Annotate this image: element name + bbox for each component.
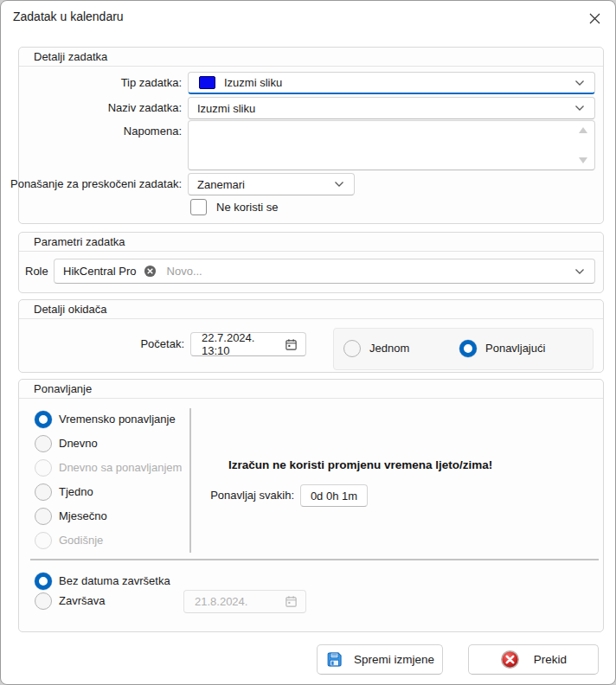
cancel-button[interactable]: Prekid bbox=[468, 644, 599, 675]
cancel-icon bbox=[500, 650, 520, 669]
save-icon bbox=[325, 650, 343, 669]
skipped-task-behavior-combobox[interactable]: Zanemari bbox=[188, 173, 355, 195]
role-tag-text: HikCentral Pro bbox=[63, 265, 137, 278]
radio-daily[interactable] bbox=[35, 435, 52, 452]
group-task-details: Detalji zadatka Tip zadatka: Izuzmi slik… bbox=[18, 47, 604, 224]
radio-yearly-label: Godišnje bbox=[59, 532, 103, 549]
group-trigger-details-legend: Detalji okidača bbox=[19, 300, 603, 319]
start-label: Početak: bbox=[140, 336, 184, 353]
task-type-label: Tip zadatka: bbox=[121, 74, 182, 92]
repeat-interval-input[interactable]: 0d 0h 1m bbox=[300, 484, 368, 507]
radio-yearly bbox=[35, 532, 52, 549]
calendar-icon bbox=[285, 338, 298, 351]
radio-time-recurrence-label: Vremensko ponavljanje bbox=[59, 411, 176, 428]
dst-warning-text: Izračun ne koristi promjenu vremena ljet… bbox=[228, 458, 492, 471]
chevron-down-icon bbox=[574, 105, 585, 112]
role-token-field[interactable]: HikCentral Pro Novo... bbox=[54, 259, 595, 284]
chevron-down-icon bbox=[574, 80, 585, 86]
close-button[interactable] bbox=[581, 6, 608, 30]
start-datetime-value: 22.7.2024. 13:10 bbox=[202, 331, 285, 357]
radio-monthly-label: Mjesečno bbox=[59, 508, 107, 525]
group-task-parameters-legend: Parametri zadatka bbox=[19, 233, 603, 252]
task-type-combobox[interactable]: Izuzmi sliku bbox=[188, 72, 595, 94]
radio-time-recurrence[interactable] bbox=[35, 411, 52, 428]
radio-no-end-date-label: Bez datuma završetka bbox=[59, 573, 170, 590]
task-name-value: Izuzmi sliku bbox=[197, 102, 255, 115]
radio-recurring-label: Ponavljajući bbox=[485, 340, 545, 357]
not-used-label: Ne koristi se bbox=[216, 199, 279, 215]
radio-ends-on[interactable] bbox=[35, 592, 52, 610]
save-changes-label: Spremi izmjene bbox=[354, 653, 434, 666]
save-changes-button[interactable]: Spremi izmjene bbox=[317, 644, 443, 675]
repeat-interval-label: Ponavljaj svakih: bbox=[210, 487, 294, 504]
radio-recurring[interactable] bbox=[459, 340, 477, 357]
radio-daily-label: Dnevno bbox=[59, 435, 98, 452]
task-type-color-icon bbox=[199, 76, 215, 89]
vertical-divider bbox=[189, 408, 191, 553]
task-name-combobox[interactable]: Izuzmi sliku bbox=[188, 97, 595, 119]
calendar-icon bbox=[285, 595, 298, 608]
radio-daily-with-repeat bbox=[35, 459, 52, 477]
skipped-task-behavior-label: Ponašanje za preskočeni zadatak: bbox=[10, 176, 182, 193]
group-task-details-legend: Detalji zadatka bbox=[19, 48, 603, 67]
note-textarea[interactable] bbox=[188, 120, 595, 170]
group-recurrence: Ponavljanje Vremensko ponavljanje Dnevno… bbox=[18, 379, 604, 632]
radio-daily-with-repeat-label: Dnevno sa ponavljanjem bbox=[59, 459, 182, 477]
radio-once-label: Jednom bbox=[369, 340, 409, 357]
radio-weekly-label: Tjedno bbox=[59, 483, 93, 501]
end-date-value: 21.8.2024. bbox=[195, 595, 247, 608]
horizontal-divider bbox=[30, 559, 599, 560]
role-input-placeholder: Novo... bbox=[167, 265, 202, 278]
group-trigger-details: Detalji okidača Početak: 22.7.2024. 13:1… bbox=[18, 299, 604, 373]
close-icon bbox=[589, 13, 600, 24]
role-label: Role bbox=[25, 259, 48, 284]
radio-monthly[interactable] bbox=[35, 508, 52, 525]
note-label: Napomena: bbox=[124, 123, 182, 140]
skipped-task-behavior-value: Zanemari bbox=[197, 178, 245, 191]
scroll-up-icon[interactable] bbox=[579, 127, 587, 133]
task-type-value: Izuzmi sliku bbox=[224, 76, 282, 89]
chevron-down-icon bbox=[574, 268, 585, 275]
not-used-checkbox[interactable] bbox=[190, 199, 207, 215]
remove-role-tag-icon[interactable] bbox=[144, 265, 157, 278]
trigger-mode-panel: Jednom Ponavljajući bbox=[333, 328, 594, 370]
start-datetime-picker[interactable]: 22.7.2024. 13:10 bbox=[190, 332, 306, 356]
end-date-picker: 21.8.2024. bbox=[183, 590, 306, 613]
radio-once[interactable] bbox=[343, 340, 361, 357]
calendar-task-dialog: Zadatak u kalendaru Detalji zadatka Tip … bbox=[0, 0, 616, 685]
radio-weekly[interactable] bbox=[35, 483, 52, 501]
chevron-down-icon bbox=[334, 181, 344, 188]
cancel-label: Prekid bbox=[534, 653, 567, 666]
group-recurrence-legend: Ponavljanje bbox=[19, 380, 603, 399]
repeat-interval-value: 0d 0h 1m bbox=[311, 490, 357, 503]
radio-no-end-date[interactable] bbox=[35, 573, 52, 590]
radio-ends-on-label: Završava bbox=[59, 592, 105, 610]
group-task-parameters: Parametri zadatka Role HikCentral Pro No… bbox=[18, 232, 604, 293]
scroll-down-icon[interactable] bbox=[579, 157, 587, 163]
task-name-label: Naziv zadatka: bbox=[108, 99, 182, 117]
window-title: Zadatak u kalendaru bbox=[13, 10, 124, 23]
